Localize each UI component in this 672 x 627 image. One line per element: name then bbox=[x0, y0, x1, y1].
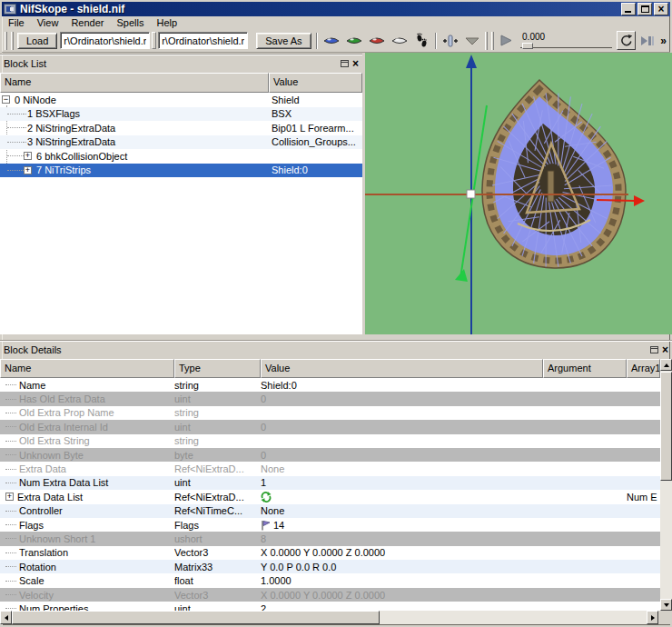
play-through-icon[interactable] bbox=[637, 32, 657, 50]
detail-value-cell[interactable]: 2 bbox=[261, 602, 543, 611]
scroll-right-button[interactable] bbox=[647, 611, 658, 624]
detail-value-cell[interactable]: 1.0000 bbox=[261, 573, 543, 587]
detail-value-cell[interactable]: X 0.0000 Y 0.0000 Z 0.0000 bbox=[261, 546, 543, 560]
detail-name: Extra Data bbox=[19, 463, 66, 474]
maximize-button[interactable] bbox=[637, 3, 652, 15]
toolbar-grip[interactable] bbox=[485, 32, 488, 50]
detail-row[interactable]: Num Propertiesuint2 bbox=[0, 602, 660, 611]
detail-row[interactable]: Old Extra Internal Iduint0 bbox=[0, 420, 660, 433]
close-button[interactable]: × bbox=[654, 3, 668, 15]
view-toggle-green-icon[interactable] bbox=[344, 32, 365, 50]
close-panel-icon[interactable]: × bbox=[662, 345, 668, 354]
toolbar-grip[interactable] bbox=[11, 32, 14, 50]
detail-row[interactable]: +Extra Data ListRef<NiExtraD...Num E bbox=[0, 490, 660, 503]
detail-value-cell[interactable] bbox=[261, 434, 543, 448]
horizontal-scroll-thumb[interactable] bbox=[12, 611, 380, 624]
detail-row[interactable]: Extra DataRef<NiExtraD...None bbox=[0, 462, 660, 475]
chevron-down-icon[interactable] bbox=[462, 32, 482, 50]
time-slider-thumb[interactable] bbox=[522, 43, 533, 49]
expand-icon[interactable]: + bbox=[24, 166, 32, 174]
scroll-down-button[interactable] bbox=[660, 599, 672, 611]
column-header-type[interactable]: Type bbox=[174, 359, 261, 378]
close-panel-icon[interactable]: × bbox=[352, 59, 359, 68]
save-as-button[interactable]: Save As bbox=[256, 33, 311, 49]
detail-row[interactable]: Old Extra Prop Namestring bbox=[0, 406, 660, 420]
detail-value-cell[interactable] bbox=[261, 406, 543, 420]
expand-icon[interactable]: + bbox=[5, 493, 14, 501]
collapse-icon[interactable]: − bbox=[2, 95, 10, 104]
detail-value-cell[interactable]: 0 bbox=[261, 420, 543, 433]
detail-row[interactable]: NamestringShield:0 bbox=[0, 378, 660, 392]
detail-value-cell[interactable]: X 0.0000 Y 0.0000 Z 0.0000 bbox=[261, 588, 543, 602]
column-header-name[interactable]: Name bbox=[0, 359, 174, 378]
float-panel-icon[interactable] bbox=[650, 346, 658, 353]
column-header-value[interactable]: Value bbox=[269, 73, 362, 93]
block-list-row[interactable]: +7 NiTriStripsShield:0 bbox=[0, 164, 362, 178]
play-icon[interactable] bbox=[497, 32, 517, 50]
column-header-value[interactable]: Value bbox=[261, 359, 543, 378]
block-list-row[interactable]: 2 NiStringExtraDataBip01 L Forearm... bbox=[0, 121, 362, 135]
minimize-button[interactable] bbox=[621, 3, 636, 15]
menu-spells[interactable]: Spells bbox=[110, 16, 150, 29]
block-list-row[interactable]: 3 NiStringExtraDataCollision_Groups... bbox=[0, 135, 362, 150]
detail-row[interactable]: RotationMatrix33Y 0.0 P 0.0 R 0.0 bbox=[0, 560, 660, 573]
detail-value-cell[interactable]: Y 0.0 P 0.0 R 0.0 bbox=[261, 560, 543, 573]
menu-help[interactable]: Help bbox=[150, 16, 183, 29]
block-list-row[interactable]: −0 NiNodeShield bbox=[0, 93, 362, 107]
column-header-name[interactable]: Name bbox=[0, 73, 269, 93]
detail-value-cell[interactable]: None bbox=[261, 504, 543, 518]
detail-row[interactable]: FlagsFlags14 bbox=[0, 518, 660, 532]
detail-value-cell[interactable]: 1 bbox=[261, 476, 543, 490]
block-list-row[interactable]: +6 bhkCollisionObject bbox=[0, 149, 362, 164]
menu-render[interactable]: Render bbox=[64, 16, 110, 29]
detail-row[interactable]: ControllerRef<NiTimeC...None bbox=[0, 504, 660, 518]
scroll-left-button[interactable] bbox=[0, 611, 12, 624]
column-header-argument[interactable]: Argument bbox=[543, 359, 627, 378]
detail-name: Controller bbox=[19, 505, 63, 516]
detail-row[interactable]: Num Extra Data Listuint1 bbox=[0, 476, 660, 490]
tree-line bbox=[5, 441, 16, 442]
footprints-icon[interactable] bbox=[412, 32, 432, 50]
detail-value-cell[interactable]: 14 bbox=[261, 518, 543, 532]
expand-icon[interactable]: + bbox=[24, 152, 32, 160]
detail-value-cell[interactable]: None bbox=[261, 462, 543, 475]
path-swap-handle[interactable] bbox=[152, 32, 156, 49]
scroll-up-button[interactable] bbox=[660, 359, 672, 371]
source-path-field[interactable] bbox=[60, 32, 150, 49]
view-toggle-red-icon[interactable] bbox=[367, 32, 388, 50]
dest-path-field[interactable] bbox=[158, 32, 248, 49]
horizontal-scrollbar[interactable] bbox=[0, 611, 658, 624]
detail-value-cell[interactable]: 8 bbox=[261, 532, 543, 545]
view-toggle-blue-icon[interactable] bbox=[321, 32, 342, 50]
detail-value-cell[interactable] bbox=[261, 490, 543, 503]
title-bar[interactable]: NifSkope - shield.nif × bbox=[2, 2, 670, 16]
detail-row[interactable]: Old Extra Stringstring bbox=[0, 434, 660, 448]
toolbar-grip[interactable] bbox=[5, 32, 7, 50]
detail-row[interactable]: Scalefloat1.0000 bbox=[0, 573, 660, 587]
view-toggle-white-icon[interactable] bbox=[390, 32, 410, 50]
detail-value-cell[interactable]: Shield:0 bbox=[261, 378, 543, 392]
detail-row[interactable]: TranslationVector3X 0.0000 Y 0.0000 Z 0.… bbox=[0, 546, 660, 560]
loop-animation-button[interactable] bbox=[617, 31, 636, 50]
toolbar-grip[interactable] bbox=[491, 32, 494, 50]
toolbar-overflow-chevron[interactable]: » bbox=[657, 35, 669, 47]
block-list-titlebar[interactable]: Block List × bbox=[0, 55, 362, 71]
block-details-titlebar[interactable]: Block Details × bbox=[0, 341, 672, 357]
vertical-scroll-thumb[interactable] bbox=[660, 372, 672, 481]
load-button[interactable]: Load bbox=[17, 33, 57, 49]
detail-row[interactable]: Unknown Bytebyte0 bbox=[0, 448, 660, 462]
menu-view[interactable]: View bbox=[31, 16, 65, 29]
time-slider-track[interactable] bbox=[520, 43, 616, 49]
viewport-3d[interactable] bbox=[365, 53, 672, 334]
block-list-row[interactable]: 1 BSXFlagsBSX bbox=[0, 107, 362, 122]
detail-value-cell[interactable]: 0 bbox=[261, 448, 543, 462]
detail-value-cell[interactable]: 0 bbox=[261, 392, 543, 405]
float-panel-icon[interactable] bbox=[341, 60, 349, 67]
transform-handle-icon[interactable] bbox=[440, 32, 460, 50]
detail-row[interactable]: Unknown Short 1ushort8 bbox=[0, 532, 660, 545]
menu-file[interactable]: File bbox=[2, 16, 31, 29]
detail-row[interactable]: Has Old Extra Datauint0 bbox=[0, 392, 660, 405]
vertical-scrollbar[interactable] bbox=[660, 359, 672, 611]
column-header-array1[interactable]: Array1 bbox=[627, 359, 660, 378]
detail-row[interactable]: VelocityVector3X 0.0000 Y 0.0000 Z 0.000… bbox=[0, 588, 660, 602]
